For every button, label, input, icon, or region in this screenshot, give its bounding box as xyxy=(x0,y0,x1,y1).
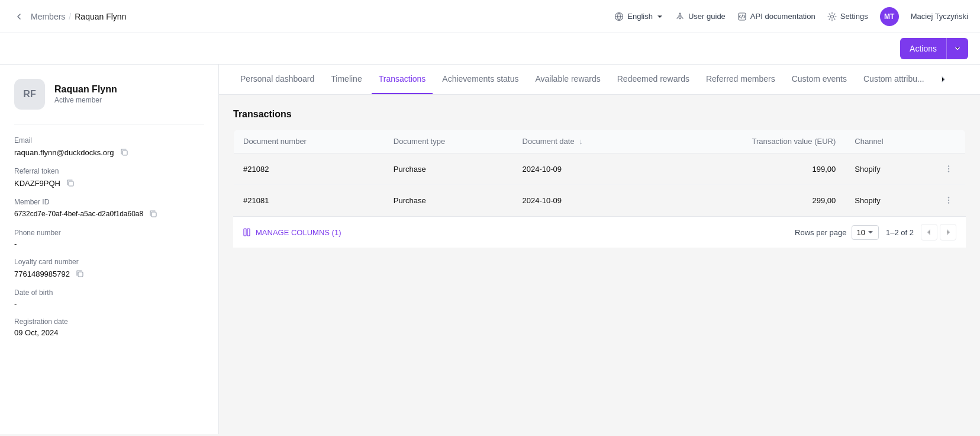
actions-button-chevron[interactable] xyxy=(947,39,968,58)
cell-channel: Shopify xyxy=(845,185,932,216)
language-selector[interactable]: English xyxy=(614,12,663,21)
rocket-icon xyxy=(675,12,685,21)
tab-timeline[interactable]: Timeline xyxy=(324,65,369,94)
rows-per-page-value: 10 xyxy=(857,228,865,237)
content-area: Personal dashboard Timeline Transactions… xyxy=(219,65,980,434)
breadcrumb: Members / Raquan Flynn xyxy=(31,12,126,21)
svg-rect-6 xyxy=(151,212,156,217)
profile-loyalty-value: 7761489985792 xyxy=(14,268,204,279)
col-document-date-label: Document date xyxy=(523,137,575,146)
table-row: #21081 Purchase 2024-10-09 299,00 Shopif… xyxy=(234,185,966,216)
cell-doc-date: 2024-10-09 xyxy=(513,153,658,185)
api-icon xyxy=(737,12,747,21)
copy-email-button[interactable] xyxy=(119,147,130,158)
tab-available-rewards[interactable]: Available rewards xyxy=(528,65,608,94)
tab-custom-events[interactable]: Custom events xyxy=(785,65,854,94)
back-button[interactable] xyxy=(12,9,26,24)
chevron-right-icon xyxy=(939,75,948,84)
profile-status: Active member xyxy=(54,96,117,104)
gear-icon xyxy=(827,12,837,21)
tab-custom-attributes[interactable]: Custom attribu... xyxy=(856,65,931,94)
profile-member-id: 6732cd7e-70af-4bef-a5ac-d2a0f1da60a8 xyxy=(14,210,143,218)
col-document-number-label: Document number xyxy=(243,137,307,146)
tab-transactions[interactable]: Transactions xyxy=(372,65,433,94)
main-layout: RF Raquan Flynn Active member Email raqu… xyxy=(0,65,980,434)
language-label: English xyxy=(627,12,653,21)
svg-rect-7 xyxy=(78,272,83,277)
avatar[interactable]: MT xyxy=(880,7,899,26)
copy-icon xyxy=(120,148,128,156)
cell-channel: Shopify xyxy=(845,153,932,185)
tab-achievements[interactable]: Achievements status xyxy=(435,65,526,94)
profile-referral-label: Referral token xyxy=(14,167,204,175)
profile-loyalty-card: 7761489985792 xyxy=(14,270,70,278)
copy-loyalty-button[interactable] xyxy=(75,268,85,279)
page-info: 1–2 of 2 xyxy=(886,228,914,237)
prev-page-button[interactable] xyxy=(921,224,937,241)
table-row: #21082 Purchase 2024-10-09 199,00 Shopif… xyxy=(234,153,966,185)
copy-icon xyxy=(76,270,84,278)
profile-member-id-label: Member ID xyxy=(14,198,204,206)
profile-email: raquan.flynn@duckdocks.org xyxy=(14,148,114,157)
breadcrumb-members[interactable]: Members xyxy=(31,12,65,21)
svg-point-13 xyxy=(948,202,949,203)
row-more-button[interactable] xyxy=(942,193,956,207)
profile-referral-token: KDAZF9PQH xyxy=(14,179,60,188)
breadcrumb-area: Members / Raquan Flynn xyxy=(12,9,126,24)
svg-point-1 xyxy=(679,15,681,17)
profile-email-value: raquan.flynn@duckdocks.org xyxy=(14,147,204,158)
col-channel[interactable]: Channel xyxy=(845,130,932,153)
profile-phone: - xyxy=(14,239,17,248)
cell-doc-type: Purchase xyxy=(384,185,513,216)
next-page-button[interactable] xyxy=(940,224,956,241)
copy-icon xyxy=(66,179,75,187)
col-actions xyxy=(932,130,966,153)
actions-button-label: Actions xyxy=(900,38,946,59)
col-document-date[interactable]: Document date ↓ xyxy=(513,130,658,153)
nav-right: English User guide API documentation xyxy=(614,7,968,26)
col-channel-label: Channel xyxy=(855,137,883,146)
actions-button[interactable]: Actions xyxy=(900,38,968,59)
profile-divider xyxy=(14,124,204,124)
tabs: Personal dashboard Timeline Transactions… xyxy=(219,65,980,95)
user-guide-link[interactable]: User guide xyxy=(675,12,726,21)
tab-personal-dashboard[interactable]: Personal dashboard xyxy=(233,65,321,94)
api-documentation-link[interactable]: API documentation xyxy=(737,12,815,21)
svg-point-11 xyxy=(948,197,949,198)
breadcrumb-current: Raquan Flynn xyxy=(75,12,126,21)
columns-icon xyxy=(243,227,252,237)
profile-phone-value: - xyxy=(14,239,204,248)
cell-row-actions xyxy=(932,185,966,216)
profile-email-field: Email raquan.flynn@duckdocks.org xyxy=(14,136,204,158)
profile-card: RF Raquan Flynn Active member Email raqu… xyxy=(0,65,219,434)
profile-phone-field: Phone number - xyxy=(14,229,204,248)
profile-initials: RF xyxy=(23,89,36,100)
svg-rect-4 xyxy=(122,150,127,155)
col-transaction-value[interactable]: Transaction value (EUR) xyxy=(657,130,845,153)
transactions-table: Document number Document type Document d… xyxy=(233,129,966,216)
settings-link[interactable]: Settings xyxy=(827,12,868,21)
profile-member-id-value: 6732cd7e-70af-4bef-a5ac-d2a0f1da60a8 xyxy=(14,209,204,219)
col-document-number[interactable]: Document number xyxy=(234,130,384,153)
manage-columns-button[interactable]: MANAGE COLUMNS (1) xyxy=(243,227,341,237)
profile-regdate-field: Registration date 09 Oct, 2024 xyxy=(14,318,204,337)
tab-referred-members[interactable]: Referred members xyxy=(699,65,782,94)
svg-point-12 xyxy=(948,200,949,201)
tab-redeemed-rewards[interactable]: Redeemed rewards xyxy=(610,65,697,94)
copy-referral-button[interactable] xyxy=(65,178,76,188)
svg-rect-5 xyxy=(69,181,73,186)
cell-doc-number: #21081 xyxy=(234,185,384,216)
tab-more-button[interactable] xyxy=(934,65,953,94)
user-guide-label: User guide xyxy=(688,12,726,21)
profile-phone-label: Phone number xyxy=(14,229,204,237)
copy-member-id-button[interactable] xyxy=(148,209,159,219)
chevron-down-icon xyxy=(656,13,663,20)
section-title: Transactions xyxy=(233,109,966,120)
cell-transaction-value: 299,00 xyxy=(657,185,845,216)
row-more-button[interactable] xyxy=(942,162,956,176)
chevron-down-small-icon xyxy=(868,229,873,235)
col-document-type[interactable]: Document type xyxy=(384,130,513,153)
rows-per-page-select[interactable]: 10 xyxy=(852,225,879,240)
page-navigation xyxy=(921,224,956,241)
table-header-row: Document number Document type Document d… xyxy=(234,130,966,153)
